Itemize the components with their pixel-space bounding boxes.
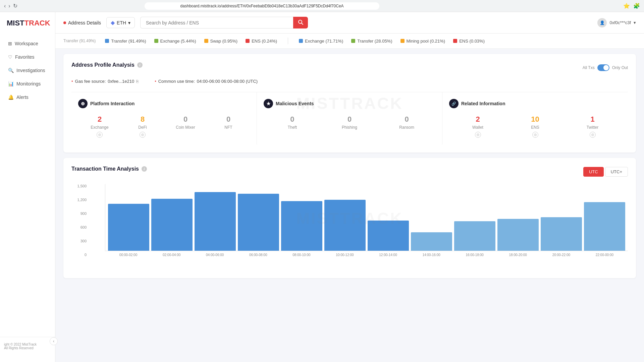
bookmark-icon[interactable]: ⭐ (623, 3, 630, 9)
metric-exchange-value: 2 (98, 115, 102, 124)
info-bullets: • Gas fee source: 0xfee...1e210 ⎘ • Comm… (71, 79, 628, 84)
bar-4[interactable] (281, 201, 322, 251)
info-icon[interactable]: i (137, 62, 143, 68)
sidebar-item-label: Investigations (16, 68, 45, 73)
only-out-label: Only Out (612, 65, 628, 70)
bar-7[interactable] (411, 232, 452, 251)
chart-title-text: Transaction Time Analysis (71, 166, 139, 172)
metric-defi-value: 8 (141, 115, 145, 124)
malicious-events-section: ★ Malicious Events 0 Theft 0 Phishing (257, 92, 442, 144)
metric-twitter-expand[interactable]: ⊕ (590, 132, 596, 138)
search-input[interactable] (140, 17, 293, 28)
toggle-row: All Txs Only Out (583, 64, 628, 71)
metric-exchange-expand[interactable]: ⊕ (97, 132, 103, 138)
bar-group (238, 194, 279, 251)
metric-wallet: 2 Wallet ⊕ (449, 115, 506, 138)
x-label-6: 12:00-14:00 (367, 253, 409, 257)
bar-9[interactable] (497, 219, 539, 251)
legend-bar: Transfer (91.49%) Transfer (91.49%) Exch… (55, 34, 644, 49)
x-label-5: 10:00-12:00 (324, 253, 365, 257)
extension-icon[interactable]: 🧩 (633, 3, 640, 9)
main-content: Address Details ◆ ETH ▾ (55, 12, 644, 362)
bar-group (454, 221, 495, 251)
platform-metrics: 2 Exchange ⊕ 8 DeFi ⊕ 0 Coin (78, 115, 250, 138)
transaction-time-card: MISTTRACK Transaction Time Analysis i UT… (63, 158, 636, 278)
search-button[interactable] (293, 17, 308, 28)
chain-selector[interactable]: ◆ ETH ▾ (106, 17, 135, 28)
bar-1[interactable] (151, 199, 193, 251)
utc-button[interactable]: UTC (583, 167, 604, 177)
chart-title: Transaction Time Analysis i (71, 166, 147, 172)
metric-ens-label: ENS (531, 125, 539, 130)
all-txs-label: All Txs (583, 65, 595, 70)
metric-defi-label: DeFi (138, 125, 147, 130)
metric-twitter: 1 Twitter ⊕ (564, 115, 621, 138)
legend-color-exchange-out (299, 39, 303, 43)
reload-btn[interactable]: ↻ (13, 3, 17, 9)
bar-group (368, 221, 409, 251)
metric-defi-expand[interactable]: ⊕ (140, 132, 146, 138)
related-metrics: 2 Wallet ⊕ 10 ENS ⊕ 1 Twitte (449, 115, 621, 138)
back-btn[interactable]: ‹ (4, 3, 6, 9)
y-label-1200: 1,200 (71, 198, 87, 202)
platform-interaction-title: ⊕ Platform Interaction (78, 99, 250, 108)
chart-header: Transaction Time Analysis i UTC UTC+ (71, 166, 628, 177)
bar-2[interactable] (195, 192, 236, 251)
url-bar[interactable]: dashboard.misttrack.io/address/ETH/0xFee… (145, 2, 379, 10)
copy-icon[interactable]: ⎘ (136, 79, 139, 84)
legend-mining-label: Mining pool (0.21%) (407, 39, 445, 44)
forward-btn[interactable]: › (8, 3, 10, 9)
gas-fee-label: Gas fee source: (75, 79, 106, 84)
sidebar-item-alerts[interactable]: 🔔 Alerts (4, 91, 51, 103)
bar-5[interactable] (324, 200, 366, 251)
sidebar-item-monitorings[interactable]: 📊 Monitorings (4, 78, 51, 90)
utc-plus-button[interactable]: UTC+ (605, 167, 628, 177)
utc-buttons: UTC UTC+ (583, 167, 628, 177)
x-label-4: 08:00-10:00 (281, 253, 322, 257)
topbar: Address Details ◆ ETH ▾ (55, 12, 644, 34)
metric-ens-expand[interactable]: ⊕ (532, 132, 538, 138)
bar-3[interactable] (238, 194, 279, 251)
bar-0[interactable] (108, 204, 149, 251)
x-label-0: 00:00-02:00 (108, 253, 149, 257)
bar-6[interactable] (368, 221, 409, 251)
bar-group (541, 217, 582, 251)
sidebar-item-label: Favorites (15, 54, 35, 60)
bar-group (411, 232, 452, 251)
browser-bar: ‹ › ↻ dashboard.misttrack.io/address/ETH… (0, 0, 644, 12)
legend-ens-in-label: ENS (0.24%) (252, 39, 277, 44)
profile-title-text: Address Profile Analysis (71, 62, 135, 68)
bar-11[interactable] (584, 202, 625, 251)
y-label-300: 300 (71, 239, 87, 243)
bar-8[interactable] (454, 221, 495, 251)
metric-twitter-label: Twitter (587, 125, 598, 130)
chart-info-icon[interactable]: i (142, 166, 147, 172)
platform-icon: ⊕ (78, 99, 88, 108)
sidebar-collapse-button[interactable]: ‹ (50, 337, 58, 345)
metric-nft-value: 0 (226, 115, 230, 124)
sidebar-item-workspace[interactable]: ⊞ Workspace (4, 38, 51, 50)
metric-wallet-expand[interactable]: ⊕ (475, 132, 481, 138)
bar-group (108, 204, 149, 251)
investigations-icon: 🔍 (8, 68, 14, 73)
address-details-badge: Address Details (63, 20, 101, 25)
metric-wallet-value: 2 (476, 115, 480, 124)
chevron-down-icon[interactable]: ▾ (634, 20, 636, 25)
y-label-0: 0 (71, 253, 87, 257)
sidebar-item-label: Alerts (16, 95, 29, 100)
metric-nft-label: NFT (224, 125, 232, 130)
metric-exchange: 2 Exchange ⊕ (78, 115, 121, 138)
tx-toggle[interactable] (597, 64, 609, 71)
sidebar-item-investigations[interactable]: 🔍 Investigations (4, 64, 51, 76)
metric-wallet-label: Wallet (472, 125, 483, 130)
bullet-dot: • (71, 79, 73, 84)
metric-ransom-label: Ransom (399, 125, 414, 130)
bar-group (324, 200, 366, 251)
bar-group (281, 201, 322, 251)
malicious-events-title: ★ Malicious Events (264, 99, 435, 108)
bar-group (584, 202, 625, 251)
search-container (140, 17, 308, 28)
bar-10[interactable] (541, 217, 582, 251)
eth-icon: ◆ (111, 19, 115, 26)
sidebar-item-favorites[interactable]: ♡ Favorites (4, 51, 51, 63)
